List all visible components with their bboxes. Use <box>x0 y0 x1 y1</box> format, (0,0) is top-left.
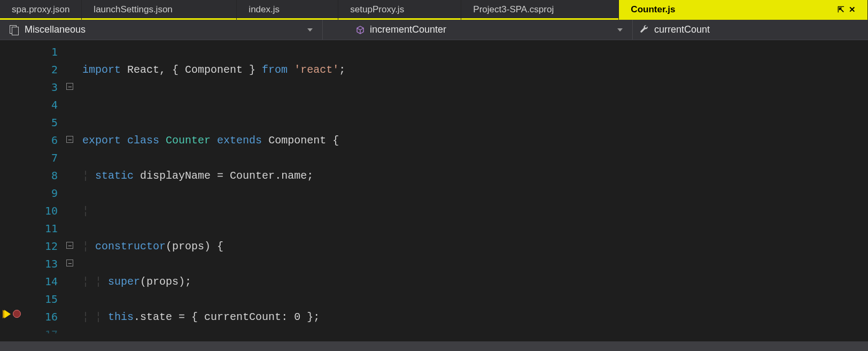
line-number: 13 <box>24 255 58 273</box>
member-label: incrementCounter <box>370 24 446 35</box>
code-line[interactable]: ¦ <box>82 202 868 220</box>
line-number: 10 <box>24 202 58 220</box>
line-number: 9 <box>24 185 58 202</box>
fold-toggle[interactable]: − <box>66 83 73 90</box>
chevron-down-icon <box>617 28 623 32</box>
line-number: 4 <box>24 96 58 114</box>
line-number: 11 <box>24 220 58 238</box>
fold-toggle[interactable]: − <box>66 260 73 266</box>
documents-icon <box>10 25 19 35</box>
wrench-icon <box>639 24 649 36</box>
code-line[interactable]: ¦ constructor(props) { <box>82 238 868 255</box>
glyph-margin <box>0 40 24 351</box>
line-number: 3 <box>24 79 58 96</box>
line-number: 2 <box>24 61 58 79</box>
code-line[interactable]: export class Counter extends Component { <box>82 132 868 149</box>
tab-label: launchSettings.json <box>94 4 172 15</box>
chevron-down-icon <box>307 28 313 32</box>
close-icon[interactable]: ✕ <box>849 5 856 14</box>
execution-pointer-icon <box>4 310 11 318</box>
fold-toggle[interactable]: − <box>66 136 73 143</box>
code-line[interactable]: ¦ ¦ this.state = { currentCount: 0 }; <box>82 308 868 326</box>
field-dropdown[interactable]: currentCount <box>633 20 868 40</box>
line-number: 15 <box>24 291 58 308</box>
tab-counter[interactable]: Counter.js ⇱ ✕ <box>619 0 868 19</box>
tab-label: setupProxy.js <box>350 4 404 15</box>
line-number: 12 <box>24 238 58 255</box>
fold-toggle[interactable]: − <box>66 242 73 249</box>
code-line[interactable]: ¦ static displayName = Counter.name; <box>82 167 868 185</box>
tab-index[interactable]: index.js <box>237 0 338 19</box>
member-dropdown[interactable]: incrementCounter <box>323 20 633 40</box>
method-icon <box>356 26 365 34</box>
breakpoint-marker[interactable] <box>13 310 21 318</box>
tab-label: Project3-SPA.csproj <box>473 4 554 15</box>
line-number: 14 <box>24 273 58 291</box>
tab-label: spa.proxy.json <box>12 4 69 15</box>
tab-bar: spa.proxy.json launchSettings.json index… <box>0 0 868 20</box>
code-editor[interactable]: 1 2 3 4 5 6 7 8 9 10 11 12 13 14 15 16 1… <box>0 40 868 351</box>
scope-dropdown[interactable]: Miscellaneous <box>0 20 323 40</box>
line-number-gutter: 1 2 3 4 5 6 7 8 9 10 11 12 13 14 15 16 1… <box>24 40 66 351</box>
line-number: 7 <box>24 149 58 167</box>
line-number: 6 <box>24 132 58 149</box>
line-number: 17 <box>24 326 58 333</box>
code-line[interactable]: import React, { Component } from 'react'… <box>82 61 868 79</box>
line-number: 16 <box>24 308 58 326</box>
line-number: 1 <box>24 43 58 61</box>
tab-csproj[interactable]: Project3-SPA.csproj <box>461 0 619 19</box>
line-number: 8 <box>24 167 58 185</box>
tab-label: index.js <box>249 4 280 15</box>
navigation-bar: Miscellaneous incrementCounter currentCo… <box>0 20 868 40</box>
field-label: currentCount <box>654 24 710 35</box>
tab-spa-proxy[interactable]: spa.proxy.json <box>0 0 82 19</box>
tab-setup-proxy[interactable]: setupProxy.js <box>338 0 461 19</box>
code-line[interactable]: ¦ ¦ super(props); <box>82 273 868 291</box>
line-number: 5 <box>24 114 58 132</box>
folding-gutter: − − − − <box>66 40 82 351</box>
tab-label: Counter.js <box>631 4 675 15</box>
tab-launch-settings[interactable]: launchSettings.json <box>82 0 237 19</box>
code-content[interactable]: import React, { Component } from 'react'… <box>82 40 868 351</box>
horizontal-scrollbar[interactable] <box>0 341 868 351</box>
scope-label: Miscellaneous <box>25 24 86 35</box>
pin-icon[interactable]: ⇱ <box>838 5 844 14</box>
code-line[interactable] <box>82 96 868 114</box>
